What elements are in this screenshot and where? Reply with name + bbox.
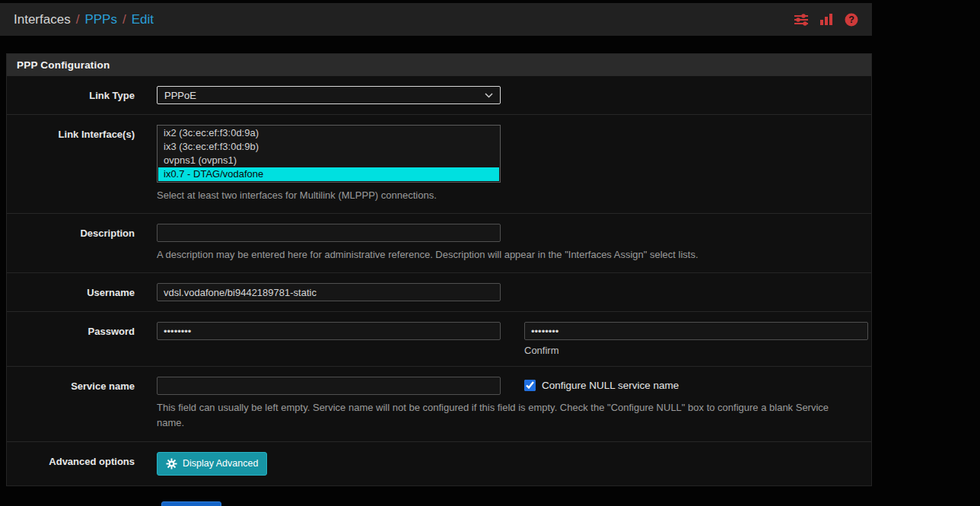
service-name-help: This field can usually be left empty. Se… <box>157 400 845 431</box>
breadcrumb-ppps[interactable]: PPPs <box>84 12 117 27</box>
display-advanced-button[interactable]: Display Advanced <box>157 452 267 476</box>
chevron-down-icon <box>485 93 493 98</box>
page: Interfaces / PPPs / Edit <box>0 3 872 506</box>
configure-null-label[interactable]: Configure NULL service name <box>542 380 679 391</box>
link-type-label: Link Type <box>7 86 157 104</box>
form-row-link-interfaces: Link Interface(s) ix2 (3c:ec:ef:f3:0d:9a… <box>7 115 871 214</box>
link-type-selected-value: PPPoE <box>164 90 196 101</box>
help-icon[interactable]: ? <box>845 13 858 27</box>
password-confirm-label: Confirm <box>524 345 868 356</box>
password-input[interactable] <box>157 322 501 340</box>
listbox-option[interactable]: ix3 (3c:ec:ef:f3:0d:9b) <box>158 140 499 154</box>
gear-icon <box>166 458 177 469</box>
link-interfaces-listbox[interactable]: ix2 (3c:ec:ef:f3:0d:9a) ix3 (3c:ec:ef:f3… <box>157 125 501 183</box>
configure-null-group: Configure NULL service name <box>524 377 868 391</box>
breadcrumb-separator: / <box>76 12 80 27</box>
save-button[interactable]: Save <box>161 501 221 506</box>
chart-icon[interactable] <box>820 14 833 25</box>
top-navbar: Interfaces / PPPs / Edit <box>0 3 872 36</box>
form-row-description: Description A description may be entered… <box>7 214 871 273</box>
form-row-advanced-options: Advanced options <box>7 442 871 485</box>
description-help: A description may be entered here for ad… <box>157 247 845 263</box>
breadcrumb-edit[interactable]: Edit <box>132 12 154 27</box>
password-label: Password <box>7 322 157 356</box>
breadcrumb-interfaces[interactable]: Interfaces <box>14 12 71 27</box>
listbox-option-selected[interactable]: ix0.7 - DTAG/vodafone <box>158 167 499 181</box>
form-row-service-name: Service name Configure NULL service name… <box>7 367 871 441</box>
service-name-input[interactable] <box>157 377 501 395</box>
listbox-option[interactable]: ix2 (3c:ec:ef:f3:0d:9a) <box>158 126 499 140</box>
sliders-icon[interactable] <box>794 14 809 26</box>
link-interfaces-label: Link Interface(s) <box>7 125 157 203</box>
username-input[interactable] <box>157 283 501 301</box>
breadcrumb: Interfaces / PPPs / Edit <box>14 12 154 27</box>
form-row-link-type: Link Type PPPoE <box>7 76 871 115</box>
display-advanced-label: Display Advanced <box>183 458 258 469</box>
configure-null-checkbox[interactable] <box>524 380 536 391</box>
panel-title: PPP Configuration <box>17 59 110 71</box>
form-row-username: Username <box>7 273 871 312</box>
password-confirm-input[interactable] <box>524 322 868 340</box>
panel-header: PPP Configuration <box>7 54 871 76</box>
link-interfaces-help: Select at least two interfaces for Multi… <box>157 188 867 203</box>
description-input[interactable] <box>157 224 501 242</box>
listbox-option[interactable]: ovpns1 (ovpns1) <box>158 154 499 167</box>
description-label: Description <box>7 224 157 263</box>
service-name-label: Service name <box>7 377 157 431</box>
breadcrumb-separator: / <box>123 12 126 27</box>
ppp-configuration-panel: PPP Configuration Link Type PPPoE Link I… <box>6 53 872 486</box>
username-label: Username <box>7 283 157 301</box>
advanced-options-label: Advanced options <box>7 452 157 476</box>
navbar-icons: ? <box>794 13 858 27</box>
svg-text:?: ? <box>848 14 854 25</box>
form-actions: Save <box>161 501 872 506</box>
link-type-select[interactable]: PPPoE <box>157 86 501 104</box>
form-row-password: Password Confirm <box>7 312 871 367</box>
